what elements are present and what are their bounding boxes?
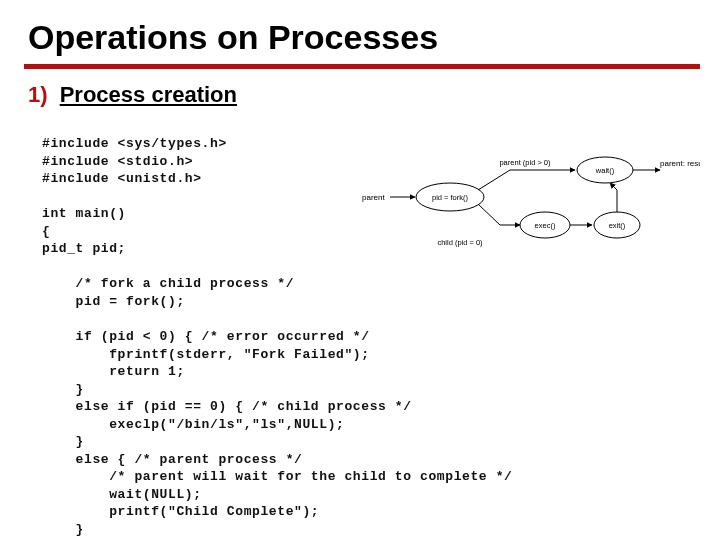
title-underline (24, 64, 700, 69)
section-number: 1) (28, 82, 48, 107)
arrow-exit-wait (610, 183, 617, 212)
arrow-fork-wait (478, 170, 575, 190)
label-parent: parent (362, 193, 385, 202)
label-resumes: parent: resumes (660, 159, 700, 168)
section-heading: 1) Process creation (28, 82, 237, 108)
section-label: Process creation (60, 82, 237, 107)
node-fork-label: pid = fork() (432, 193, 469, 202)
label-branch-child: child (pid = 0) (437, 238, 483, 247)
slide-title: Operations on Processes (28, 18, 438, 57)
node-wait-label: wait() (595, 166, 615, 175)
arrow-fork-exec (478, 204, 520, 225)
node-exit-label: exit() (609, 221, 626, 230)
node-exec-label: exec() (535, 221, 556, 230)
label-branch-parent: parent (pid > 0) (499, 158, 551, 167)
fork-diagram: parent pid = fork() parent (pid > 0) wai… (360, 150, 700, 270)
